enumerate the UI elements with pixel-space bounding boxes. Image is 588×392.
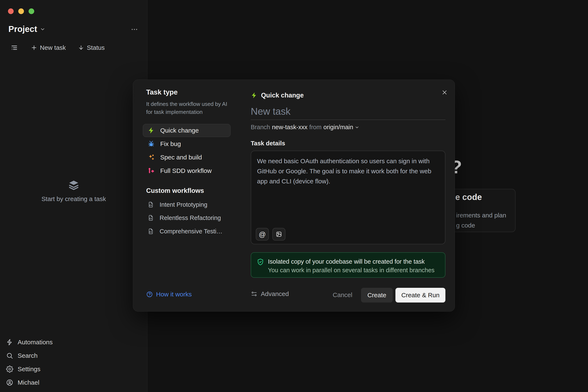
file-code-icon: [147, 214, 154, 221]
traffic-lights: [8, 8, 34, 14]
branch-origin-dropdown[interactable]: origin/main: [323, 124, 360, 131]
chevron-down-icon: [40, 26, 45, 32]
arrow-down-icon: [78, 44, 84, 51]
branch-from-label: from: [309, 124, 322, 131]
lightning-icon: [148, 127, 155, 134]
new-task-label: New task: [40, 44, 66, 51]
user-circle-icon: [6, 379, 13, 386]
list-view-button[interactable]: [10, 44, 18, 52]
task-details-textarea[interactable]: We need basic OAuth authentication so us…: [251, 151, 445, 227]
plus-icon: [31, 44, 37, 51]
new-task-dialog: Task type It defines the workflow used b…: [133, 80, 455, 312]
create-button[interactable]: Create: [361, 288, 393, 302]
custom-workflow-relentless-refactoring[interactable]: Relentless Refactoring: [143, 211, 235, 224]
background-card-title-fragment: e code: [455, 192, 482, 202]
sidebar-item-account[interactable]: Michael: [0, 376, 147, 389]
image-icon: [276, 231, 282, 238]
project-switcher[interactable]: Project: [8, 24, 45, 34]
dialog-title: Quick change: [261, 92, 304, 99]
new-task-button[interactable]: New task: [31, 44, 66, 51]
zap-outline-icon: [6, 339, 13, 346]
custom-workflow-intent-prototyping[interactable]: Intent Prototyping: [143, 198, 235, 211]
attach-image-button[interactable]: [272, 228, 285, 240]
shield-check-icon: [257, 258, 264, 266]
task-type-option-fix-bug[interactable]: Fix bug: [143, 138, 231, 150]
help-circle-icon: [146, 291, 153, 298]
advanced-button[interactable]: Advanced: [251, 290, 289, 298]
ellipsis-icon: [131, 26, 138, 33]
sidebar-item-automations[interactable]: Automations: [0, 336, 147, 349]
branch-label: Branch: [251, 124, 270, 131]
bug-icon: [148, 140, 155, 148]
info-banner-title: Isolated copy of your codebase will be c…: [268, 258, 425, 265]
gear-icon: [6, 366, 13, 373]
sidebar-bottom-nav: Automations Search Settings Michael: [0, 336, 147, 389]
lightning-icon: [251, 92, 257, 99]
task-type-option-full-sdd-workflow[interactable]: Full SDD workflow: [143, 164, 231, 177]
empty-state: Start by creating a task: [0, 179, 147, 202]
custom-workflow-comprehensive-testing[interactable]: Comprehensive Testi…: [143, 225, 235, 238]
minimize-window-button[interactable]: [18, 8, 24, 14]
branch-row: Branch new-task-xxx from origin/main: [251, 124, 360, 131]
dialog-header: Quick change: [251, 92, 304, 99]
empty-state-text: Start by creating a task: [0, 195, 147, 202]
custom-workflows-heading: Custom workflows: [146, 187, 204, 194]
info-banner-subtitle: You can work in parallel on several task…: [268, 267, 435, 274]
zoom-window-button[interactable]: [28, 8, 34, 14]
cancel-button[interactable]: Cancel: [331, 290, 354, 300]
workflow-icon: [148, 167, 155, 174]
create-and-run-button[interactable]: Create & Run: [395, 288, 445, 302]
sidebar-item-settings[interactable]: Settings: [0, 362, 147, 376]
task-details-editor: We need basic OAuth authentication so us…: [251, 150, 445, 244]
sidebar: Project New task: [0, 0, 147, 392]
layers-icon: [68, 179, 80, 191]
search-icon: [6, 352, 13, 359]
file-code-icon: [147, 201, 154, 208]
status-label: Status: [87, 44, 104, 51]
task-type-option-spec-and-build[interactable]: Spec and build: [143, 151, 231, 164]
file-code-icon: [147, 228, 154, 235]
task-title-input[interactable]: [251, 105, 445, 118]
branch-name: new-task-xxx: [272, 124, 307, 131]
task-type-option-quick-change[interactable]: Quick change: [143, 124, 231, 137]
background-card-text-fragment: irements and plan: [456, 212, 506, 219]
isolation-info-banner: Isolated copy of your codebase will be c…: [251, 252, 445, 278]
status-sort-button[interactable]: Status: [78, 44, 104, 51]
sidebar-item-search[interactable]: Search: [0, 349, 147, 362]
task-details-label: Task details: [251, 140, 285, 147]
title-divider: [251, 120, 445, 120]
sidebar-toolbar: New task Status: [10, 43, 104, 52]
close-dialog-button[interactable]: [440, 88, 449, 97]
project-title: Project: [8, 24, 37, 34]
sliders-icon: [251, 290, 257, 297]
at-sign-icon: @: [259, 231, 266, 238]
task-type-heading: Task type: [146, 88, 178, 96]
close-window-button[interactable]: [8, 8, 14, 14]
project-more-button[interactable]: [128, 25, 140, 34]
background-card-text-fragment: g code: [456, 222, 475, 229]
mention-button[interactable]: @: [256, 228, 269, 240]
sparkles-icon: [148, 154, 155, 161]
how-it-works-link[interactable]: How it works: [146, 291, 192, 298]
app-window: ? e code irements and plan g code Projec…: [0, 0, 588, 392]
attachment-toolbar: @: [256, 228, 285, 240]
task-type-description: It defines the workflow used by AI for t…: [146, 100, 234, 116]
chevron-down-icon: [355, 125, 360, 130]
close-icon: [441, 89, 448, 96]
